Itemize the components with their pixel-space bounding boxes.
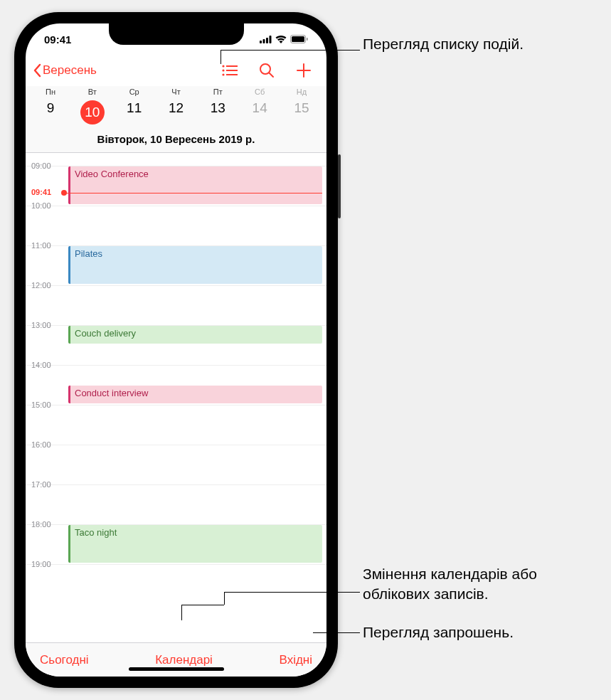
weekday-label: Пт (201, 88, 234, 96)
back-label: Вересень (43, 63, 97, 78)
inbox-button[interactable]: Вхідні (279, 653, 312, 667)
svg-rect-8 (226, 65, 238, 67)
home-indicator[interactable] (129, 667, 224, 671)
svg-rect-12 (226, 74, 238, 75)
weekday-label: Ср (118, 88, 151, 96)
cellular-signal-icon (260, 36, 272, 43)
svg-line-14 (270, 73, 274, 78)
svg-point-9 (222, 69, 224, 71)
svg-rect-1 (263, 39, 265, 43)
hour-label: 17:00 (31, 480, 51, 489)
hour-label: 13:00 (31, 321, 51, 329)
screen: 09:41 Вересень (26, 23, 326, 677)
week-header: ПнВтСрЧтПтСбНд 9101112131415 Вівторок, 1… (26, 86, 326, 153)
daynum-row: 9101112131415 (28, 96, 324, 129)
day-number[interactable]: 13 (201, 96, 234, 129)
svg-rect-3 (270, 36, 272, 43)
day-number[interactable]: 10 (76, 96, 109, 129)
status-time: 09:41 (44, 33, 71, 46)
hour-label: 09:00 (31, 161, 51, 170)
back-button[interactable]: Вересень (33, 63, 97, 78)
day-timeline[interactable]: 09:0010:0011:0012:0013:0014:0015:0016:00… (26, 153, 326, 642)
hour-label: 11:00 (31, 241, 51, 250)
calendars-button[interactable]: Календарі (155, 653, 213, 667)
list-view-icon[interactable] (221, 62, 238, 79)
hour-row: 16:00 (26, 445, 326, 484)
hour-label: 12:00 (31, 281, 51, 290)
calendar-event[interactable]: Conduct interview (68, 386, 322, 403)
svg-point-11 (222, 73, 224, 75)
svg-point-7 (222, 65, 224, 67)
day-number[interactable]: 15 (285, 96, 318, 129)
full-date-label: Вівторок, 10 Вересень 2019 р. (28, 129, 324, 152)
hour-label: 14:00 (31, 361, 51, 369)
svg-rect-0 (260, 41, 262, 43)
day-number[interactable]: 14 (243, 96, 276, 129)
hour-label: 18:00 (31, 520, 51, 529)
svg-rect-5 (292, 36, 304, 42)
callout-calendars: Змінення календарів або облікових записі… (363, 564, 597, 605)
nav-actions (221, 62, 319, 79)
callout-list-view: Перегляд списку подій. (363, 34, 524, 54)
weekday-label: Сб (243, 88, 276, 96)
hour-label: 16:00 (31, 440, 51, 449)
hour-label: 19:00 (31, 560, 51, 568)
hour-label: 10:00 (31, 201, 51, 210)
hour-row: 19:00 (26, 564, 326, 604)
phone-frame: 09:41 Вересень (14, 12, 338, 688)
search-icon[interactable] (258, 62, 275, 79)
hour-label: 15:00 (31, 401, 51, 409)
wifi-icon (275, 36, 287, 43)
battery-icon (290, 35, 308, 43)
svg-rect-10 (226, 70, 238, 71)
calendar-event[interactable]: Taco night (68, 525, 322, 563)
calendar-event[interactable]: Pilates (68, 246, 322, 284)
add-icon[interactable] (295, 62, 312, 79)
status-right (260, 35, 308, 43)
day-number[interactable]: 9 (34, 96, 67, 129)
callout-invites: Перегляд запрошень. (363, 622, 514, 642)
weekday-row: ПнВтСрЧтПтСбНд (28, 88, 324, 96)
hour-row: 10:00 (26, 206, 326, 245)
calendar-event[interactable]: Couch delivery (68, 326, 322, 344)
weekday-label: Нд (285, 88, 318, 96)
svg-rect-6 (307, 38, 308, 41)
weekday-label: Чт (159, 88, 192, 96)
hour-row: 12:00 (26, 285, 326, 325)
hour-row: 17:00 (26, 484, 326, 524)
notch (109, 23, 244, 45)
weekday-label: Вт (76, 88, 109, 96)
current-time-indicator (64, 193, 322, 193)
svg-rect-2 (266, 38, 268, 43)
weekday-label: Пн (34, 88, 67, 96)
day-number[interactable]: 12 (159, 96, 192, 129)
current-time-label: 09:41 (31, 188, 51, 196)
day-number[interactable]: 11 (118, 96, 151, 129)
bottom-toolbar: Сьогодні Календарі Вхідні (26, 642, 326, 677)
calendar-event[interactable]: Video Conference (68, 166, 322, 204)
nav-bar: Вересень (26, 55, 326, 86)
hour-row: 15:00 (26, 405, 326, 445)
today-button[interactable]: Сьогодні (40, 653, 89, 667)
